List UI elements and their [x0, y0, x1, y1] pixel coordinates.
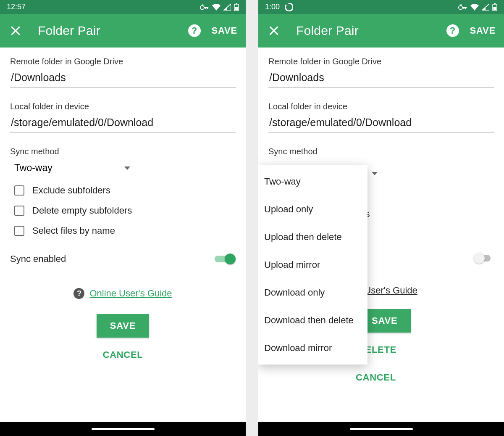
- signal-icon: [482, 4, 489, 11]
- svg-rect-15: [494, 7, 496, 11]
- chevron-down-icon: [124, 166, 130, 170]
- wifi-icon: [212, 4, 220, 11]
- sync-option-download-mirror[interactable]: Download mirror: [258, 334, 368, 362]
- sync-enabled-row: Sync enabled: [10, 241, 236, 264]
- status-time: 1:00: [265, 3, 280, 11]
- content-area: Remote folder in Google Drive Local fold…: [258, 48, 504, 156]
- switch-thumb: [225, 254, 236, 264]
- close-icon[interactable]: [268, 25, 279, 36]
- sync-option-two-way[interactable]: Two-way: [258, 168, 368, 196]
- save-button[interactable]: SAVE: [97, 314, 149, 338]
- close-icon[interactable]: [10, 25, 21, 36]
- sync-enabled-switch[interactable]: [215, 254, 236, 264]
- cancel-button[interactable]: CANCEL: [103, 349, 143, 360]
- phone-right: 1:00 G Folder Pair ? SAVE: [258, 0, 504, 436]
- status-icons: G: [200, 3, 239, 11]
- sync-enabled-switch[interactable]: [474, 253, 495, 264]
- sync-option-download-only[interactable]: Download only: [258, 279, 368, 307]
- remote-folder-label: Remote folder in Google Drive: [268, 57, 494, 66]
- home-indicator[interactable]: [350, 428, 413, 430]
- local-folder-input[interactable]: [10, 116, 236, 132]
- appbar: Folder Pair ? SAVE: [0, 14, 246, 48]
- svg-rect-14: [494, 3, 496, 5]
- phone-left: 12:57 G Folder Pair ? SAVE Remote folder…: [0, 0, 246, 436]
- svg-rect-11: [463, 7, 464, 9]
- chevron-down-icon: [372, 172, 378, 175]
- svg-text:G: G: [202, 4, 204, 6]
- appbar: Folder Pair ? SAVE: [258, 14, 504, 48]
- sync-option-upload-mirror[interactable]: Upload mirror: [258, 251, 368, 279]
- statusbar: 12:57 G: [0, 0, 246, 14]
- sync-enabled-label: Sync enabled: [10, 254, 215, 264]
- svg-rect-6: [236, 3, 237, 5]
- checkbox-label: Select files by name: [32, 225, 115, 236]
- content-area: Remote folder in Google Drive Local fold…: [0, 48, 246, 360]
- delete-empty-subfolders-checkbox[interactable]: Delete empty subfolders: [10, 201, 236, 221]
- remote-folder-label: Remote folder in Google Drive: [10, 57, 236, 66]
- home-indicator[interactable]: [92, 428, 155, 430]
- checkbox-icon: [14, 206, 24, 216]
- status-time: 12:57: [7, 3, 26, 11]
- checkbox-label: Exclude subfolders: [32, 185, 110, 196]
- svg-rect-3: [205, 7, 206, 9]
- svg-text:G: G: [460, 4, 462, 6]
- sync-method-menu: Two-way Upload only Upload then delete U…: [258, 165, 368, 365]
- sync-option-upload-then-delete[interactable]: Upload then delete: [258, 223, 368, 251]
- sync-app-icon: [285, 3, 293, 11]
- save-button-top[interactable]: SAVE: [470, 25, 496, 36]
- save-button-top[interactable]: SAVE: [212, 25, 237, 36]
- sync-method-label: Sync method: [268, 147, 494, 156]
- remote-folder-input[interactable]: [10, 71, 236, 87]
- sync-method-label: Sync method: [10, 147, 236, 156]
- battery-icon: [234, 3, 239, 11]
- help-icon[interactable]: ?: [188, 24, 201, 37]
- select-files-by-name-checkbox[interactable]: Select files by name: [10, 221, 236, 241]
- remote-folder-input[interactable]: [268, 71, 494, 87]
- vpn-key-icon: G: [458, 4, 467, 10]
- sync-option-upload-only[interactable]: Upload only: [258, 196, 368, 223]
- battery-icon: [492, 3, 497, 11]
- local-folder-label: Local folder in device: [10, 102, 236, 111]
- svg-rect-2: [207, 7, 208, 9]
- page-title: Folder Pair: [296, 24, 446, 38]
- page-title: Folder Pair: [38, 24, 188, 38]
- vpn-key-icon: G: [200, 4, 209, 10]
- switch-thumb: [474, 253, 485, 264]
- help-icon[interactable]: ?: [446, 24, 459, 37]
- wifi-icon: [470, 4, 479, 11]
- exclude-subfolders-checkbox[interactable]: Exclude subfolders: [10, 180, 236, 201]
- local-folder-label: Local folder in device: [268, 102, 494, 111]
- status-icons: G: [458, 3, 497, 11]
- svg-rect-7: [235, 7, 238, 11]
- checkbox-icon: [14, 185, 24, 196]
- signal-icon: [223, 4, 231, 11]
- statusbar: 1:00 G: [258, 0, 504, 14]
- system-navbar: [0, 422, 246, 436]
- checkbox-label: Delete empty subfolders: [32, 205, 132, 216]
- sync-option-download-then-delete[interactable]: Download then delete: [258, 307, 368, 334]
- local-folder-input[interactable]: [268, 116, 494, 132]
- svg-rect-10: [465, 7, 466, 9]
- online-guide-link[interactable]: Online User's Guide: [89, 288, 172, 299]
- system-navbar: [258, 422, 504, 436]
- cancel-button[interactable]: CANCEL: [356, 372, 396, 383]
- sync-method-value: Two-way: [14, 162, 124, 174]
- help-circle-icon: ?: [74, 288, 84, 299]
- sync-method-dropdown[interactable]: Two-way: [10, 161, 132, 175]
- checkbox-icon: [14, 226, 24, 236]
- guide-row: ? Online User's Guide: [10, 288, 236, 299]
